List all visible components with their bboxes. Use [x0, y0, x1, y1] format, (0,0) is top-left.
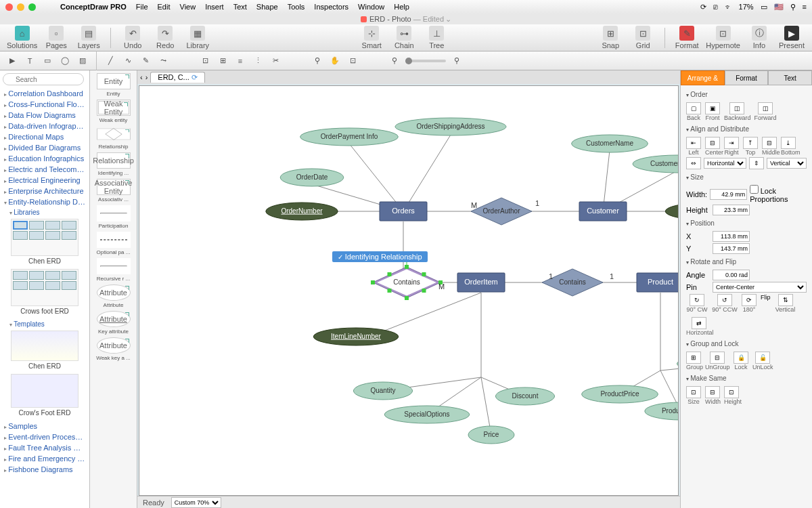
rect-tool[interactable]: ▭ — [41, 54, 54, 68]
tree-item[interactable]: Electric and Telecom Plans — [0, 164, 89, 175]
tab-format[interactable]: Format — [725, 70, 769, 85]
hypernote-button[interactable]: ⊡Hypernote — [706, 26, 740, 49]
lib-thumb[interactable] — [11, 219, 78, 256]
redo-button[interactable]: ↷Redo — [152, 26, 179, 49]
tree-sub-libraries[interactable]: Libraries — [0, 207, 89, 217]
tab-text[interactable]: Text — [768, 70, 812, 85]
lib-thumb[interactable] — [11, 269, 78, 306]
same-height[interactable]: ⊡ — [724, 386, 739, 398]
tree-item[interactable]: Samples — [0, 421, 89, 431]
info-button[interactable]: ⓘInfo — [746, 26, 773, 49]
dist-h[interactable]: Horizontal — [704, 158, 746, 169]
stencil-participation[interactable]: Participation — [95, 205, 133, 229]
forward-button[interactable]: ◫ — [758, 102, 773, 114]
chain-button[interactable]: ⊶Chain — [390, 26, 418, 49]
spotlight-icon[interactable]: ⚲ — [790, 3, 796, 12]
tree-item[interactable]: Data Flow Diagrams — [0, 110, 89, 121]
stencil-key-attr[interactable]: AttributeKey attribute — [95, 311, 133, 335]
text-tool[interactable]: T — [23, 54, 37, 68]
stencil-weak-entity[interactable]: Weak EntityWeak entity — [95, 100, 133, 123]
tree-item[interactable]: Fault Tree Analysis Diagrams — [0, 442, 89, 453]
align-bottom[interactable]: ⤓ — [781, 137, 796, 149]
tab-nav-fwd[interactable]: › — [145, 73, 148, 81]
tree-item-erd[interactable]: Entity-Relationship Diagram — [0, 196, 89, 207]
zoom-tool[interactable]: ⚲ — [311, 54, 324, 68]
tree-item[interactable]: Cross-Functional Flowcharts — [0, 99, 89, 110]
pages-button[interactable]: ▫Pages — [43, 26, 70, 49]
stencil-relationship[interactable]: Relationship — [95, 126, 133, 150]
zoom-in[interactable]: ⚲ — [450, 54, 464, 68]
zoom-out[interactable]: ⚲ — [388, 54, 401, 68]
same-size[interactable]: ⊡ — [686, 386, 701, 398]
tree-item[interactable]: Fishbone Diagrams — [0, 464, 89, 475]
canvas[interactable]: OrdersCustomerOrderItemProductOrderAutho… — [139, 85, 679, 496]
snap-button[interactable]: ⊞Snap — [597, 26, 624, 49]
backward-button[interactable]: ◫ — [729, 102, 744, 114]
tab-nav-back[interactable]: ‹ — [140, 73, 143, 81]
menu-edit[interactable]: Edit — [158, 3, 171, 11]
layers-button[interactable]: ▤Layers — [75, 26, 102, 49]
front-button[interactable]: ▣ — [705, 102, 720, 114]
group-btn[interactable]: ⊞ — [686, 352, 701, 364]
window-controls[interactable] — [5, 3, 36, 11]
menu-inspectors[interactable]: Inspectors — [314, 3, 348, 11]
lock-btn[interactable]: 🔒 — [734, 352, 748, 364]
menu-view[interactable]: View — [180, 3, 196, 11]
connector-tool[interactable]: ⤳ — [156, 54, 170, 68]
rot-cw[interactable]: ↻ — [690, 294, 704, 306]
tree-item[interactable]: Electrical Engineering — [0, 175, 89, 186]
align-center[interactable]: ⊟ — [705, 137, 720, 149]
align-top[interactable]: ⤒ — [743, 137, 758, 149]
distribute-tool[interactable]: ⋮ — [251, 54, 265, 68]
cut-tool[interactable]: ✂ — [269, 54, 282, 68]
stencil-optional[interactable]: Optional pa ... — [95, 232, 133, 255]
stencil-assoc-entity[interactable]: Associative EntityAssociativ ... — [95, 179, 133, 203]
wifi-icon[interactable]: ᯤ — [725, 3, 732, 11]
x-input[interactable] — [713, 231, 750, 242]
tree-item[interactable]: Data-driven Infographics — [0, 121, 89, 131]
pen-tool[interactable]: ✎ — [139, 54, 152, 68]
tree-item[interactable]: Directional Maps — [0, 131, 89, 142]
menu-window[interactable]: Window — [358, 3, 384, 11]
zoom-select[interactable]: Custom 70% — [171, 497, 221, 508]
chevron-down-icon[interactable]: ⌄ — [445, 15, 451, 24]
rot-180[interactable]: ⟳ — [742, 294, 757, 306]
tmpl-thumb[interactable] — [11, 331, 78, 361]
sync-icon[interactable]: ⟳ — [700, 3, 706, 12]
display-icon[interactable]: ⎚ — [713, 3, 718, 11]
stencil-id-relationship[interactable]: RelationshipIdentifying ... — [95, 152, 133, 176]
align-left[interactable]: ⇤ — [686, 137, 701, 149]
pointer-tool[interactable]: ▶ — [5, 54, 19, 68]
align-middle[interactable]: ⊟ — [762, 137, 777, 149]
size-header[interactable]: Size — [686, 171, 807, 184]
format-button[interactable]: ✎Format — [673, 26, 700, 49]
smart-button[interactable]: ⊹Smart — [358, 26, 385, 49]
crop-tool[interactable]: ⊡ — [198, 54, 212, 68]
same-width[interactable]: ⊟ — [705, 386, 720, 398]
document-tab[interactable]: ERD, C... ⟳ — [150, 72, 205, 83]
pos-header[interactable]: Position — [686, 217, 807, 230]
curve-tool[interactable]: ∿ — [121, 54, 135, 68]
tree-item[interactable]: Correlation Dashboard — [0, 88, 89, 99]
order-header[interactable]: Order — [686, 88, 807, 101]
zoom-slider[interactable] — [405, 60, 446, 62]
tree-sub-templates[interactable]: Templates — [0, 319, 89, 329]
menu-help[interactable]: Help — [394, 3, 409, 11]
group-header[interactable]: Group and Lock — [686, 337, 807, 350]
tree-item[interactable]: Enterprise Architecture — [0, 186, 89, 196]
present-button[interactable]: ▶Present — [778, 26, 805, 49]
tree-item[interactable]: Education Infographics — [0, 153, 89, 164]
rot-ccw[interactable]: ↺ — [717, 294, 732, 306]
ungroup-btn[interactable]: ⊟ — [710, 352, 725, 364]
rotate-header[interactable]: Rotate and Flip — [686, 255, 807, 268]
menu-tools[interactable]: Tools — [288, 3, 305, 11]
grid-button[interactable]: ⊡Grid — [629, 26, 656, 49]
actual-size-tool[interactable]: ⊡ — [346, 54, 359, 68]
stencil-entity[interactable]: EntityEntity — [95, 73, 133, 97]
flag-icon[interactable]: 🇺🇸 — [774, 3, 784, 12]
line-tool[interactable]: ╱ — [104, 54, 117, 68]
width-input[interactable] — [710, 189, 747, 200]
back-button[interactable]: ▢ — [686, 102, 701, 114]
menu-text[interactable]: Text — [233, 3, 247, 11]
pin-select[interactable]: Center-Center — [713, 282, 807, 293]
